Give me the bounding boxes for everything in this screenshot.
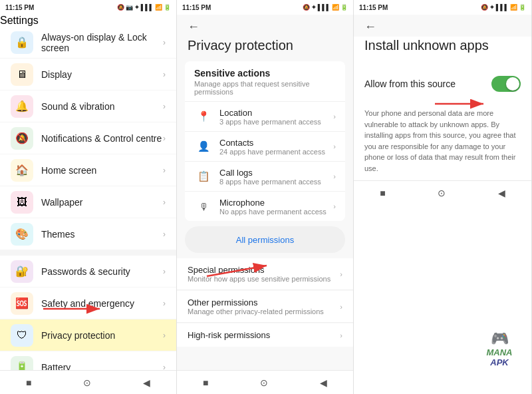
display-icon: 🖥 [11,63,33,86]
chevron-icon: › [163,363,166,371]
passwords-label: Passwords & security [41,266,163,277]
safety-icon: 🆘 [11,292,33,315]
status-bar-2: 11:15 PM 🔕 ✦ ▌▌▌ 📶 🔋 [177,0,353,15]
toggle-row: Allow from this source [354,67,531,101]
install-unknown-title: Install unknown apps [354,37,531,61]
settings-item-themes[interactable]: 🎨 Themes › [0,218,176,250]
special-permissions-title: Special permissions [188,265,340,275]
chevron-icon: › [163,102,166,111]
nav-bar-1: ■ ⊙ ◀ [0,370,176,394]
back-arrow-3[interactable]: ← [364,20,376,34]
wifi-icon3: 📶 [510,4,517,11]
passwords-icon: 🔐 [11,260,33,283]
settings-divider [0,250,176,256]
settings-item-home[interactable]: 🏠 Home screen › [0,154,176,186]
nav-square-2[interactable]: ■ [195,375,216,391]
back-header-2: ← [177,15,353,37]
permission-location[interactable]: 📍 Location 3 apps have permanent access … [185,101,345,131]
nav-back-1[interactable]: ◀ [135,375,158,391]
all-permissions-label: All permissions [236,235,294,245]
high-risk-title: High-risk permissions [188,330,340,340]
nav-circle-1[interactable]: ⊙ [75,375,99,391]
sensitive-actions-card: Sensitive actions Manage apps that reque… [185,61,345,221]
other-permissions-sub: Manage other privacy-related permissions [188,307,340,315]
nav-back-2[interactable]: ◀ [312,375,335,391]
calllogs-icon: 📋 [194,167,213,186]
contacts-title: Contacts [219,138,333,148]
high-risk-text: High-risk permissions [188,330,340,340]
status-icons-2: 🔕 ✦ ▌▌▌ 📶 🔋 [303,4,348,11]
time-1: 11:15 PM [5,4,34,11]
watermark-icon: 🎮 [473,330,526,347]
time-2: 11:15 PM [182,4,211,11]
chevron-icon: › [163,267,166,276]
chevron-icon: › [163,166,166,175]
special-permissions-item[interactable]: Special permissions Monitor how apps use… [177,258,353,290]
alarm-icon: 🔕 [117,4,124,11]
high-risk-permissions-item[interactable]: High-risk permissions › [177,323,353,347]
wallpaper-label: Wallpaper [41,197,163,208]
settings-item-display[interactable]: 🖥 Display › [0,59,176,91]
themes-icon: 🎨 [11,223,33,246]
chevron-other: › [340,303,342,311]
location-icon: 📍 [194,107,213,126]
nav-back-3[interactable]: ◀ [490,185,513,201]
wifi-icon2: 📶 [332,4,339,11]
signal-icon: ▌▌▌ [141,4,154,11]
nav-circle-2[interactable]: ⊙ [252,375,276,391]
chevron-location: › [333,112,336,120]
location-title: Location [219,108,333,118]
settings-item-always-on[interactable]: 🔒 Always-on display & Lock screen › [0,27,176,59]
permission-contacts[interactable]: 👤 Contacts 24 apps have permanent access… [185,131,345,161]
panel-install-unknown: 11:15 PM 🔕 ✦ ▌▌▌ 📶 🔋 ← Install unknown a… [354,0,532,394]
battery-icon: 🔋 [164,4,171,11]
allow-source-toggle[interactable] [491,76,521,92]
settings-item-wallpaper[interactable]: 🖼 Wallpaper › [0,186,176,218]
settings-item-safety[interactable]: 🆘 Safety and emergency › [0,288,176,319]
battery-icon3: 🔋 [519,4,526,11]
back-arrow-2[interactable]: ← [188,20,200,34]
other-permissions-item[interactable]: Other permissions Manage other privacy-r… [177,291,353,323]
sensitive-actions-header: Sensitive actions [185,61,345,80]
chevron-icon: › [163,134,166,143]
safety-label: Safety and emergency [41,298,163,309]
settings-item-passwords[interactable]: 🔐 Passwords & security › [0,256,176,288]
nav-circle-3[interactable]: ⊙ [430,185,454,201]
battery-label: Battery [41,362,163,371]
panel-privacy: 11:15 PM 🔕 ✦ ▌▌▌ 📶 🔋 ← Privacy protectio… [177,0,354,394]
notifications-label: Notifications & Control centre [41,133,163,144]
settings-item-privacy[interactable]: 🛡 Privacy protection › [0,319,176,351]
bluetooth-icon: ✦ [134,4,140,11]
nav-bar-3: ■ ⊙ ◀ [354,180,531,204]
chevron-icon: › [163,38,166,47]
bluetooth-icon3: ✦ [489,4,495,11]
nav-square-1[interactable]: ■ [18,375,39,391]
settings-list: 🔒 Always-on display & Lock screen › 🖥 Di… [0,27,176,370]
all-permissions-button[interactable]: All permissions [185,226,345,253]
status-icons-3: 🔕 ✦ ▌▌▌ 📶 🔋 [481,4,526,11]
nav-square-3[interactable]: ■ [372,185,393,201]
settings-item-sound[interactable]: 🔔 Sound & vibration › [0,91,176,122]
settings-item-battery[interactable]: 🔋 Battery › [0,351,176,370]
contacts-icon: 👤 [194,137,213,156]
watermark-line2: APK [473,357,526,367]
other-permissions-text: Other permissions Manage other privacy-r… [188,297,340,315]
always-on-label: Always-on display & Lock screen [41,32,163,53]
microphone-text: Microphone No apps have permanent access [219,198,333,216]
display-label: Display [41,69,163,80]
chevron-contacts: › [333,142,336,150]
privacy-icon: 🛡 [11,324,33,347]
chevron-icon: › [163,198,166,207]
status-bar-3: 11:15 PM 🔕 ✦ ▌▌▌ 📶 🔋 [354,0,531,15]
camera-icon: 📷 [126,4,133,11]
watermark: 🎮 MANA APK [473,330,526,367]
permission-microphone[interactable]: 🎙 Microphone No apps have permanent acce… [185,191,345,221]
status-icons-1: 🔕 📷 ✦ ▌▌▌ 📶 🔋 [117,4,171,11]
microphone-sub: No apps have permanent access [219,208,333,216]
calllogs-sub: 8 apps have permanent access [219,178,333,186]
privacy-content: Sensitive actions Manage apps that reque… [177,61,353,370]
settings-title: Settings [0,15,176,27]
permission-calllogs[interactable]: 📋 Call logs 8 apps have permanent access… [185,161,345,191]
settings-item-notifications[interactable]: 🔕 Notifications & Control centre › [0,122,176,154]
alarm-icon2: 🔕 [303,4,310,11]
